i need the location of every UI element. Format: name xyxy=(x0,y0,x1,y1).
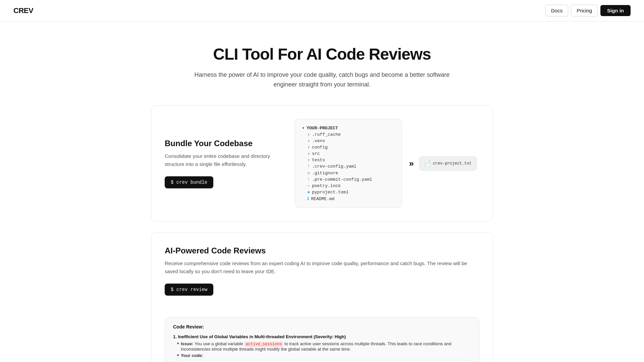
hero-section: CLI Tool For AI Code Reviews Harness the… xyxy=(178,21,466,105)
bundle-card-right: ▾ YOUR-PROJECT › .ruff_cache › .venv xyxy=(292,119,479,208)
tree-item-label: .ruff_cache xyxy=(312,132,341,137)
review-command[interactable]: $ crev review xyxy=(165,284,213,296)
tree-item-label: .pre-commit-config.yaml xyxy=(312,177,372,182)
tree-item-label: .crev-config.yaml xyxy=(312,164,357,169)
tree-item-readme: ℹ README.md xyxy=(307,195,395,202)
chevron-right-icon: › xyxy=(307,158,310,163)
tree-item-label: tests xyxy=(312,158,325,163)
logo[interactable]: CREV xyxy=(13,6,33,15)
code-variable: active_sessions xyxy=(244,342,283,347)
output-file-label: crev-project.txt xyxy=(433,161,472,166)
navbar-right: Docs Pricing Sign in xyxy=(545,5,631,16)
tree-item-label: config xyxy=(312,145,328,150)
review-title: AI-Powered Code Reviews xyxy=(165,246,479,255)
review-demo-title: Code Review: xyxy=(173,324,471,329)
bundle-card-left: Bundle Your Codebase Consolidate your en… xyxy=(165,139,279,188)
review-item-title: Inefficient Use of Global Variables in M… xyxy=(178,334,346,339)
review-item-1: 1. Inefficient Use of Global Variables i… xyxy=(173,334,471,362)
bullet-dot xyxy=(177,354,179,356)
tree-item-label: .venv xyxy=(312,138,325,143)
output-file-badge: 📄 crev-project.txt xyxy=(419,157,477,171)
tree-root: ▾ YOUR-PROJECT xyxy=(302,125,395,131)
tree-item-ruff: › .ruff_cache xyxy=(307,131,395,138)
review-item-header: 1. Inefficient Use of Global Variables i… xyxy=(173,334,471,339)
review-code-bullet: Your code: active_sessions = []def add_s… xyxy=(173,353,471,362)
chevron-down-icon: ▾ xyxy=(302,125,305,131)
circle-icon: ● xyxy=(307,190,310,195)
pricing-button[interactable]: Pricing xyxy=(571,5,598,16)
tree-item-label: src xyxy=(312,151,320,156)
hero-title: CLI Tool For AI Code Reviews xyxy=(191,46,453,63)
chevron-right-icon: › xyxy=(307,145,310,150)
review-demo: Code Review: 1. Inefficient Use of Globa… xyxy=(165,317,479,362)
tree-item-crev-config: ! .crev-config.yaml xyxy=(307,163,395,170)
bullet-dot xyxy=(177,343,179,344)
tree-item-label: poetry.lock xyxy=(312,183,341,188)
tree-item-venv: › .venv xyxy=(307,138,395,144)
feature-cards: Bundle Your Codebase Consolidate your en… xyxy=(138,105,506,362)
bundle-command[interactable]: $ crev bundle xyxy=(165,176,213,188)
exclamation-icon: ! xyxy=(307,164,310,169)
review-code-content: Your code: active_sessions = []def add_s… xyxy=(181,353,471,362)
chevron-right-icon: › xyxy=(307,151,310,156)
review-description: Receive comprehensive code reviews from … xyxy=(165,259,479,276)
arrow-icon: » xyxy=(409,158,412,169)
tree-item-src: › src xyxy=(307,150,395,157)
tree-item-precommit: ! .pre-commit-config.yaml xyxy=(307,176,395,183)
tree-item-pyproject: ● pyproject.toml xyxy=(307,189,395,195)
code-label: Your code: xyxy=(181,353,203,358)
bundle-description: Consolidate your entire codebase and dir… xyxy=(165,152,279,168)
chevron-right-icon: › xyxy=(307,132,310,137)
exclamation-icon: ! xyxy=(307,177,310,182)
dash-icon: — xyxy=(307,183,310,188)
issue-label: Issue: xyxy=(181,341,194,346)
tree-item-label: .gitignore xyxy=(312,171,338,176)
chevron-right-icon: › xyxy=(307,138,310,143)
bundle-card: Bundle Your Codebase Consolidate your en… xyxy=(151,105,493,222)
review-issue-content: Issue: You use a global variable active_… xyxy=(181,341,471,352)
tree-item-config: › config xyxy=(307,144,395,150)
docs-button[interactable]: Docs xyxy=(545,5,568,16)
signin-button[interactable]: Sign in xyxy=(600,5,631,16)
tree-item-gitignore: ◇ .gitignore xyxy=(307,170,395,176)
tree-item-label: pyproject.toml xyxy=(312,190,348,195)
review-card: AI-Powered Code Reviews Receive comprehe… xyxy=(151,232,493,362)
tree-root-label: YOUR-PROJECT xyxy=(307,126,338,131)
file-tree: ▾ YOUR-PROJECT › .ruff_cache › .venv xyxy=(295,119,402,208)
tree-item-poetrylock: — poetry.lock xyxy=(307,183,395,189)
bundle-title: Bundle Your Codebase xyxy=(165,139,279,148)
diamond-icon: ◇ xyxy=(307,170,310,176)
review-item-number: 1. xyxy=(173,334,178,339)
info-icon: ℹ xyxy=(307,196,309,201)
navbar: CREV Docs Pricing Sign in xyxy=(0,0,644,21)
code-block: active_sessions = []def add_session(user… xyxy=(181,360,471,362)
hero-subtitle: Harness the power of AI to improve your … xyxy=(191,70,453,89)
file-icon: 📄 xyxy=(424,160,431,167)
review-issue-bullet: Issue: You use a global variable active_… xyxy=(173,341,471,352)
tree-item-tests: › tests xyxy=(307,157,395,163)
tree-item-label: README.md xyxy=(311,196,334,201)
review-card-left: AI-Powered Code Reviews Receive comprehe… xyxy=(165,246,479,296)
tree-children: › .ruff_cache › .venv › config › xyxy=(302,131,395,202)
issue-text: You use a global variable xyxy=(195,341,244,346)
file-tree-illustration: ▾ YOUR-PROJECT › .ruff_cache › .venv xyxy=(295,119,477,208)
